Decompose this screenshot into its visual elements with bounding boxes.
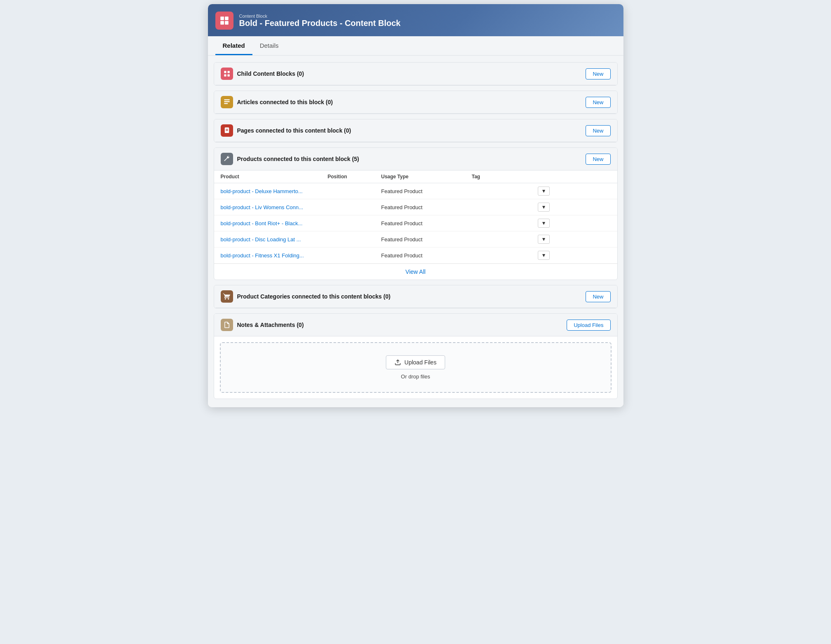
- svg-rect-6: [224, 75, 226, 77]
- products-new-button[interactable]: New: [586, 154, 610, 165]
- notes-title: Notes & Attachments (0): [237, 322, 304, 328]
- section-products: Products connected to this content block…: [214, 147, 618, 280]
- section-notes: Notes & Attachments (0) Upload Files Upl…: [214, 313, 618, 399]
- pages-icon: [221, 124, 233, 137]
- tabs-bar: Related Details: [208, 36, 623, 56]
- content-area: Child Content Blocks (0) New Articles co…: [208, 56, 623, 407]
- svg-rect-1: [225, 16, 229, 20]
- table-row: bold-product - Bont Riot+ - Black... Fea…: [214, 215, 617, 231]
- usage-type-1: Featured Product: [381, 188, 472, 194]
- section-header-left: Product Categories connected to this con…: [221, 290, 391, 303]
- usage-type-5: Featured Product: [381, 252, 472, 259]
- action-3: ▼: [538, 219, 563, 228]
- table-row: bold-product - Fitness X1 Folding... Fea…: [214, 247, 617, 264]
- section-header-left: Articles connected to this block (0): [221, 96, 333, 108]
- articles-title: Articles connected to this block (0): [237, 99, 333, 105]
- product-categories-title: Product Categories connected to this con…: [237, 293, 391, 300]
- section-child-content-blocks: Child Content Blocks (0) New: [214, 62, 618, 86]
- col-tag: Tag: [472, 174, 538, 180]
- product-categories-new-button[interactable]: New: [586, 291, 610, 302]
- svg-rect-4: [224, 71, 226, 73]
- products-table: Product Position Usage Type Tag bold-pro…: [214, 170, 617, 280]
- header-subtitle: Content Block: [239, 14, 401, 19]
- notes-attach-icon: [223, 321, 231, 329]
- header-icon: [215, 12, 233, 30]
- section-header-left: Child Content Blocks (0): [221, 68, 304, 80]
- product-link-3[interactable]: bold-product - Bont Riot+ - Black...: [221, 220, 328, 226]
- upload-drop-area[interactable]: Upload Files Or drop files: [220, 342, 612, 393]
- wrench-icon: [223, 155, 231, 163]
- child-content-blocks-new-button[interactable]: New: [586, 68, 610, 79]
- section-articles-header: Articles connected to this block (0) New: [214, 91, 617, 114]
- svg-rect-12: [226, 129, 228, 130]
- tab-related[interactable]: Related: [215, 36, 252, 55]
- usage-type-3: Featured Product: [381, 220, 472, 226]
- grid-icon: [223, 70, 231, 77]
- action-1: ▼: [538, 187, 563, 196]
- product-link-5[interactable]: bold-product - Fitness X1 Folding...: [221, 252, 328, 259]
- table-row: bold-product - Disc Loading Lat ... Feat…: [214, 231, 617, 247]
- action-5: ▼: [538, 251, 563, 260]
- header-text: Content Block Bold - Featured Products -…: [239, 14, 401, 28]
- row-dropdown-4[interactable]: ▼: [538, 235, 550, 244]
- action-4: ▼: [538, 235, 563, 244]
- col-product: Product: [221, 174, 328, 180]
- pages-title: Pages connected to this content block (0…: [237, 127, 351, 134]
- svg-rect-2: [220, 21, 224, 25]
- child-content-blocks-title: Child Content Blocks (0): [237, 70, 304, 77]
- article-icon: [223, 98, 231, 106]
- products-title: Products connected to this content block…: [237, 156, 359, 162]
- upload-area-button-label: Upload Files: [404, 359, 437, 366]
- usage-type-2: Featured Product: [381, 204, 472, 210]
- view-all-row: View All: [214, 264, 617, 280]
- col-action: [538, 174, 563, 180]
- usage-type-4: Featured Product: [381, 236, 472, 243]
- row-dropdown-1[interactable]: ▼: [538, 187, 550, 196]
- upload-icon: [394, 359, 401, 366]
- notes-upload-files-button[interactable]: Upload Files: [567, 320, 610, 331]
- header: Content Block Bold - Featured Products -…: [208, 4, 623, 36]
- table-row: bold-product - Deluxe Hammerto... Featur…: [214, 183, 617, 199]
- svg-rect-7: [227, 75, 229, 77]
- svg-rect-13: [226, 130, 228, 131]
- page-icon: [223, 127, 231, 134]
- section-product-categories: Product Categories connected to this con…: [214, 285, 618, 308]
- section-notes-header: Notes & Attachments (0) Upload Files: [214, 314, 617, 336]
- svg-rect-0: [220, 16, 224, 20]
- header-title: Bold - Featured Products - Content Block: [239, 19, 401, 28]
- table-row: bold-product - Liv Womens Conn... Featur…: [214, 199, 617, 215]
- products-icon: [221, 153, 233, 165]
- section-child-content-blocks-header: Child Content Blocks (0) New: [214, 63, 617, 85]
- section-pages: Pages connected to this content block (0…: [214, 119, 618, 142]
- row-dropdown-3[interactable]: ▼: [538, 219, 550, 228]
- svg-rect-10: [224, 103, 228, 104]
- section-header-left: Pages connected to this content block (0…: [221, 124, 351, 137]
- row-dropdown-2[interactable]: ▼: [538, 203, 550, 212]
- svg-rect-9: [224, 101, 230, 102]
- product-link-1[interactable]: bold-product - Deluxe Hammerto...: [221, 188, 328, 194]
- drop-text: Or drop files: [229, 373, 602, 380]
- svg-rect-3: [225, 21, 229, 25]
- action-2: ▼: [538, 203, 563, 212]
- articles-icon: [221, 96, 233, 108]
- articles-new-button[interactable]: New: [586, 97, 610, 108]
- product-link-4[interactable]: bold-product - Disc Loading Lat ...: [221, 236, 328, 243]
- section-articles: Articles connected to this block (0) New: [214, 91, 618, 114]
- notes-icon: [221, 319, 233, 331]
- view-all-link[interactable]: View All: [406, 268, 426, 275]
- upload-area-button[interactable]: Upload Files: [386, 355, 445, 369]
- section-header-left: Notes & Attachments (0): [221, 319, 304, 331]
- section-pages-header: Pages connected to this content block (0…: [214, 119, 617, 142]
- section-header-left: Products connected to this content block…: [221, 153, 359, 165]
- product-categories-icon: [221, 290, 233, 303]
- tab-details[interactable]: Details: [252, 36, 286, 55]
- row-dropdown-5[interactable]: ▼: [538, 251, 550, 260]
- svg-rect-8: [224, 99, 230, 100]
- col-usage-type: Usage Type: [381, 174, 472, 180]
- pages-new-button[interactable]: New: [586, 125, 610, 136]
- child-content-blocks-icon: [221, 68, 233, 80]
- product-link-2[interactable]: bold-product - Liv Womens Conn...: [221, 204, 328, 210]
- col-position: Position: [328, 174, 381, 180]
- cart-icon: [223, 293, 231, 300]
- main-window: Content Block Bold - Featured Products -…: [208, 4, 623, 407]
